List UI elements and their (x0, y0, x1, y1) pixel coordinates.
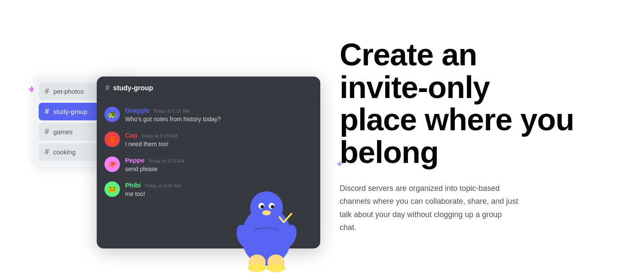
username-cap: Cap (125, 132, 137, 139)
channel-label: cooking (53, 148, 76, 156)
message-content-cap: Cap Today at 9:19 AM I need them too! (125, 132, 177, 149)
message-header-phibi: Phibi Today at 9:30 AM (125, 181, 181, 189)
headline-line1: Create an (340, 37, 477, 72)
channel-label: games (53, 128, 73, 135)
channel-label: pet-photos (53, 88, 84, 95)
message-header-peppe: Peppe Today at 9:22 AM (125, 156, 184, 164)
svg-point-5 (271, 205, 274, 209)
chat-header-title: study-group (113, 84, 153, 92)
headline-line2: invite-only (340, 70, 490, 104)
hash-icon: # (45, 107, 49, 116)
message-peppe: 🐙 Peppe Today at 9:22 AM send please (104, 156, 313, 174)
avatar-phibi: 🐸 (104, 181, 120, 197)
message-text-cap: I need them too! (125, 140, 177, 149)
avatar-graggle: 🐢 (104, 107, 120, 122)
timestamp-cap: Today at 9:19 AM (141, 133, 177, 138)
sparkle-purple-icon: ✦ (335, 159, 344, 169)
message-cap: 🦀 Cap Today at 9:19 AM I need them too! (104, 132, 313, 149)
svg-point-12 (267, 264, 285, 272)
message-content-peppe: Peppe Today at 9:22 AM send please (125, 156, 184, 174)
avatar-peppe: 🐙 (104, 156, 120, 172)
timestamp-phibi: Today at 9:30 AM (144, 183, 181, 188)
chat-header: # study-group (97, 77, 320, 100)
hash-icon: # (45, 147, 49, 156)
avatar-cap: 🦀 (104, 132, 120, 147)
message-header-cap: Cap Today at 9:19 AM (125, 132, 177, 139)
timestamp-peppe: Today at 9:22 AM (148, 158, 184, 163)
character-illustration (224, 174, 310, 273)
message-content-phibi: Phibi Today at 9:30 AM me too! (125, 181, 181, 199)
hash-icon: # (45, 127, 49, 136)
message-header-graggle: Graggle Today at 9:18 AM (125, 107, 221, 114)
username-phibi: Phibi (125, 181, 141, 189)
right-section: Create an invite-only place where you be… (322, 0, 644, 273)
channel-label: study-group (53, 108, 87, 115)
svg-point-1 (250, 191, 283, 224)
description: Discord servers are organized into topic… (340, 182, 520, 234)
left-section: ✦ ◆ ◆ ✦ # pet-photos # study-group # gam… (0, 0, 322, 273)
hash-icon: # (45, 87, 49, 96)
username-peppe: Peppe (125, 156, 144, 164)
svg-point-6 (262, 210, 271, 215)
message-graggle: 🐢 Graggle Today at 9:18 AM Who's got not… (104, 107, 313, 124)
message-text-phibi: me too! (125, 190, 181, 199)
headline-line4: belong (340, 135, 439, 169)
username-graggle: Graggle (125, 107, 150, 114)
message-text-graggle: Who's got notes from history today? (125, 115, 221, 124)
svg-point-4 (261, 205, 264, 209)
svg-point-11 (248, 264, 267, 272)
timestamp-graggle: Today at 9:18 AM (153, 108, 190, 113)
headline-line3: place where you (340, 102, 574, 137)
message-text-peppe: send please (125, 165, 184, 174)
message-content-graggle: Graggle Today at 9:18 AM Who's got notes… (125, 107, 221, 124)
chat-header-hash-icon: # (105, 83, 110, 92)
headline: Create an invite-only place where you be… (340, 39, 618, 169)
